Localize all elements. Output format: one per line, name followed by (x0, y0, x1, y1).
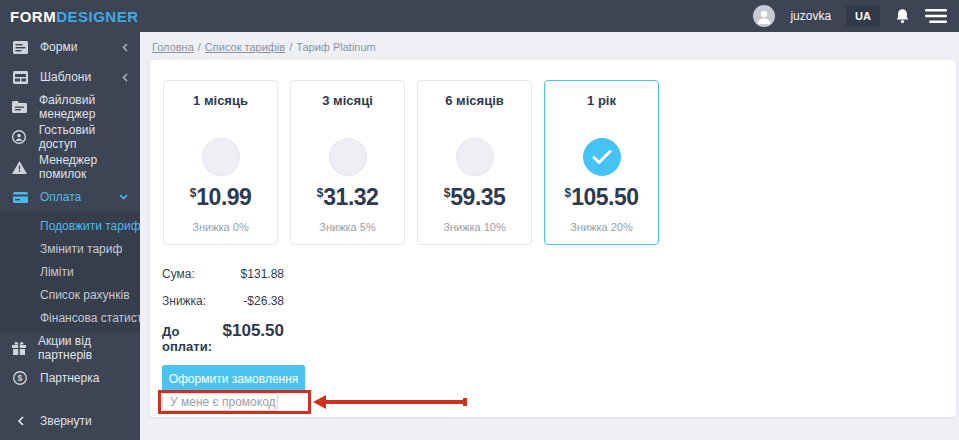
submenu-item-extend-tariff[interactable]: Подовжити тариф (0, 215, 140, 238)
breadcrumb-separator: / (289, 41, 292, 53)
sidebar-item-label: Акции від партнерів (38, 334, 128, 362)
language-button[interactable]: UA (846, 5, 880, 27)
arrow-tail (463, 398, 467, 406)
file-manager-icon (12, 101, 27, 113)
plan-discount: Знижка 20% (545, 221, 658, 233)
logo-part-designer: DESIGNER (56, 8, 138, 25)
plan-price: $31.32 (291, 184, 404, 211)
currency-sign: $ (190, 186, 197, 200)
annotation-highlight-box: У мене є промокод (158, 390, 311, 414)
plan-radio[interactable] (456, 138, 494, 176)
plan-card-3-months[interactable]: 3 місяці $31.32 Знижка 5% (290, 80, 405, 245)
templates-icon (12, 71, 28, 84)
sidebar-item-label: Форми (40, 40, 77, 54)
plan-price: $59.35 (418, 184, 531, 211)
plan-radio[interactable] (329, 138, 367, 176)
notifications-button[interactable] (895, 8, 910, 24)
plan-card-6-months[interactable]: 6 місяців $59.35 Знижка 10% (417, 80, 532, 245)
arrow-shaft (324, 400, 463, 404)
error-manager-icon (12, 161, 27, 174)
sidebar-collapse-label: Звернути (40, 414, 92, 428)
submenu-item-invoices[interactable]: Список рахунків (0, 284, 140, 307)
sidebar-item-payment[interactable]: Оплата (0, 182, 140, 212)
sidebar-item-error-manager[interactable]: Менеджер помилок (0, 152, 140, 182)
breadcrumb-tariffs-link[interactable]: Список тарифів (205, 41, 285, 53)
sidebar-item-label: Гостьовий доступ (39, 123, 128, 151)
summary-row-discount: Знижка: -$26.38 (162, 294, 284, 308)
main-content: Головна/Список тарифів/Тариф Platinum 1 … (140, 32, 959, 440)
sidebar-item-label: Партнерка (40, 371, 99, 385)
order-button[interactable]: Оформити замовлення (162, 365, 305, 393)
order-summary: Сума: $131.88 Знижка: -$26.38 До оплати:… (162, 267, 284, 367)
sidebar-item-label: Менеджер помилок (39, 153, 128, 181)
chevron-left-icon (122, 43, 128, 52)
sidebar-item-guest-access[interactable]: Гостьовий доступ (0, 122, 140, 152)
plan-title: 6 місяців (418, 93, 531, 108)
summary-value: $131.88 (241, 267, 284, 281)
sidebar-item-label: Оплата (40, 190, 81, 204)
check-icon (592, 149, 612, 165)
plan-card-1-month[interactable]: 1 місяць $10.99 Знижка 0% (163, 80, 278, 245)
avatar[interactable] (753, 5, 775, 27)
bell-icon (895, 8, 910, 24)
submenu-item-limits[interactable]: Ліміти (0, 261, 140, 284)
currency-sign: $ (317, 186, 324, 200)
summary-row-to-pay: До оплати: $105.50 (162, 321, 284, 354)
promocode-link[interactable]: У мене є промокод (162, 393, 278, 411)
summary-value: $105.50 (223, 321, 284, 341)
plan-title: 1 рік (545, 93, 658, 108)
payment-submenu: Подовжити тариф Змінити тариф Ліміти Спи… (0, 212, 140, 333)
chevron-left-icon (12, 416, 28, 426)
summary-row-total: Сума: $131.88 (162, 267, 284, 281)
gift-icon (12, 341, 26, 355)
sidebar-item-forms[interactable]: Форми (0, 32, 140, 62)
currency-sign: $ (564, 186, 571, 200)
plan-radio[interactable] (202, 138, 240, 176)
sidebar-item-label: Файловий менеджер (39, 93, 128, 121)
form-icon (12, 41, 28, 54)
partner-icon: $ (12, 371, 28, 385)
sidebar-item-partner-program[interactable]: $ Партнерка (0, 363, 140, 393)
plan-cards: 1 місяць $10.99 Знижка 0% 3 місяці $31.3… (163, 80, 659, 245)
app-logo: FORMDESIGNER (10, 8, 139, 25)
breadcrumb-home-link[interactable]: Головна (152, 41, 194, 53)
summary-label: Сума: (162, 267, 195, 281)
breadcrumb-current: Тариф Platinum (296, 41, 376, 53)
main-menu-button[interactable] (925, 9, 947, 23)
tariff-panel: 1 місяць $10.99 Знижка 0% 3 місяці $31.3… (150, 60, 956, 417)
username[interactable]: juzovka (790, 9, 831, 23)
currency-sign: $ (444, 186, 451, 200)
breadcrumb: Головна/Список тарифів/Тариф Platinum (152, 41, 376, 53)
chevron-down-icon (119, 194, 128, 200)
plan-price: $105.50 (545, 184, 658, 211)
sidebar: Форми Шаблони Файловий менеджер Гостьови… (0, 32, 140, 440)
sidebar-item-file-manager[interactable]: Файловий менеджер (0, 92, 140, 122)
person-icon (756, 8, 772, 24)
summary-value: -$26.38 (243, 294, 284, 308)
breadcrumb-separator: / (198, 41, 201, 53)
submenu-item-change-tariff[interactable]: Змінити тариф (0, 238, 140, 261)
guest-access-icon (12, 130, 27, 144)
logo-part-form: FORM (10, 8, 56, 25)
plan-radio-selected[interactable] (583, 138, 621, 176)
sidebar-collapse-button[interactable]: Звернути (0, 406, 140, 436)
svg-text:$: $ (17, 373, 22, 383)
chevron-left-icon (122, 73, 128, 82)
summary-label: До оплати: (162, 324, 223, 354)
annotation-arrow (313, 395, 467, 409)
sidebar-item-templates[interactable]: Шаблони (0, 62, 140, 92)
plan-title: 1 місяць (164, 93, 277, 108)
sidebar-item-partner-promos[interactable]: Акции від партнерів (0, 333, 140, 363)
plan-discount: Знижка 5% (291, 221, 404, 233)
plan-discount: Знижка 0% (164, 221, 277, 233)
summary-label: Знижка: (162, 294, 206, 308)
menu-icon (925, 9, 947, 23)
app-header: FORMDESIGNER juzovka UA (0, 0, 959, 32)
sidebar-item-label: Шаблони (40, 70, 91, 84)
submenu-item-financial-stats[interactable]: Фінансова статистика (0, 307, 140, 330)
plan-discount: Знижка 10% (418, 221, 531, 233)
plan-card-1-year[interactable]: 1 рік $105.50 Знижка 20% (544, 80, 659, 245)
plan-price: $10.99 (164, 184, 277, 211)
plan-title: 3 місяці (291, 93, 404, 108)
payment-icon (12, 192, 28, 203)
